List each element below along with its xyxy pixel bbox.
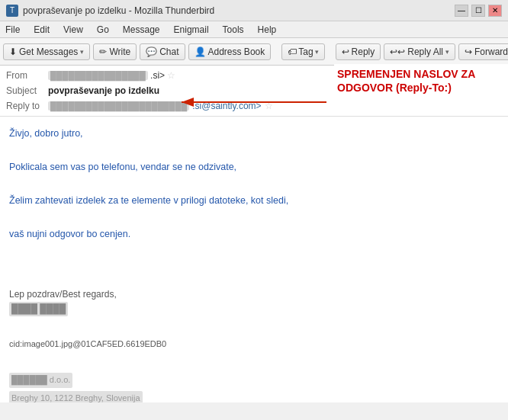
forward-button[interactable]: ↪ Forward	[458, 43, 508, 60]
window-controls[interactable]: — ☐ ✕	[455, 5, 502, 17]
menu-enigmail[interactable]: Enigmail	[172, 24, 211, 36]
reply-to-star-icon[interactable]: ☆	[265, 101, 273, 111]
menu-message[interactable]: Message	[121, 24, 162, 36]
tag-label: Tag	[298, 46, 313, 57]
reply-all-button[interactable]: ↩↩ Reply All ▾	[384, 43, 455, 60]
body-line-1: Živjo, dobro jutro,	[9, 126, 499, 141]
chat-label: Chat	[159, 46, 178, 57]
reply-button[interactable]: ↩ Reply	[336, 43, 381, 60]
get-messages-label: Get Messages	[19, 46, 78, 57]
email-header: From ████████████████ .si> ☆ 09:31 Subje…	[0, 66, 508, 117]
from-email-blurred: ████████████████	[48, 71, 148, 80]
write-button[interactable]: ✏ Write	[93, 43, 137, 60]
chat-button[interactable]: 💬 Chat	[140, 43, 185, 60]
address-book-label: Address Book	[208, 46, 265, 57]
reply-all-icon: ↩↩	[390, 46, 405, 57]
body-line-3: Želim zahtevati izdelek za te elemente v…	[9, 193, 499, 208]
maximize-button[interactable]: ☐	[471, 5, 485, 17]
annotation-text: SPREMENJEN NASLOV ZAODGOVOR (Reply-To:)	[337, 68, 475, 94]
email-body: Živjo, dobro jutro, Poklicala sem vas po…	[0, 117, 508, 402]
get-messages-icon: ⬇	[9, 46, 17, 57]
menu-edit[interactable]: Edit	[31, 24, 52, 36]
reply-to-row: Reply to ███████████████████████ .si@sai…	[6, 98, 502, 114]
signature: Lep pozdrav/Best regards, ████ ████ cid:…	[9, 287, 499, 402]
from-label: From	[6, 70, 48, 81]
menu-help[interactable]: Help	[256, 24, 279, 36]
company-address: Breghy 10, 1212 Breghy, Slovenija	[9, 390, 499, 402]
reply-to-label: Reply to	[6, 101, 48, 111]
menu-tools[interactable]: Tools	[220, 24, 246, 36]
forward-icon: ↪	[465, 46, 472, 57]
from-domain: .si>	[150, 70, 165, 81]
get-messages-arrow: ▾	[80, 48, 84, 56]
reply-all-arrow: ▾	[445, 48, 449, 56]
forward-label: Forward	[474, 46, 508, 57]
tag-icon: 🏷	[288, 46, 297, 57]
tag-button[interactable]: 🏷 Tag ▾	[281, 43, 324, 60]
window-title: povpraševanje po izdelku - Mozilla Thund…	[23, 5, 214, 16]
menu-file[interactable]: File	[3, 24, 22, 36]
star-icon[interactable]: ☆	[167, 70, 175, 81]
reply-all-label: Reply All	[407, 46, 443, 57]
tag-arrow: ▾	[315, 48, 319, 56]
menu-bar: File Edit View Go Message Enigmail Tools…	[0, 21, 508, 38]
reply-label: Reply	[352, 46, 375, 57]
cid-text: cid:image001.jpg@01CAF5ED.6619EDB0	[9, 338, 499, 351]
subject-label: Subject	[6, 85, 48, 96]
signature-greeting: Lep pozdrav/Best regards,	[9, 287, 499, 302]
menu-go[interactable]: Go	[95, 24, 111, 36]
toolbar: ⬇ Get Messages ▾ ✏ Write 💬 Chat 👤 Addres…	[0, 38, 508, 66]
get-messages-button[interactable]: ⬇ Get Messages ▾	[3, 43, 90, 60]
reply-to-email-blurred: ███████████████████████	[48, 101, 189, 111]
body-line-4: vaš nujni odgovor bo cenjen.	[9, 226, 499, 242]
reply-icon: ↩	[342, 46, 349, 57]
close-button[interactable]: ✕	[488, 5, 502, 17]
chat-icon: 💬	[146, 46, 157, 57]
body-line-2: Poklicala sem vas po telefonu, vendar se…	[9, 159, 499, 175]
minimize-button[interactable]: —	[455, 5, 468, 17]
title-bar: T povpraševanje po izdelku - Mozilla Thu…	[0, 0, 508, 21]
address-book-button[interactable]: 👤 Address Book	[188, 43, 272, 60]
signature-name: ████ ████	[9, 302, 499, 316]
app-icon: T	[6, 5, 18, 17]
reply-to-domain: .si@saintly.com>	[192, 101, 261, 111]
reply-to-value: ███████████████████████ .si@saintly.com>…	[48, 101, 502, 111]
annotation-box: SPREMENJEN NASLOV ZAODGOVOR (Reply-To:)	[334, 64, 508, 98]
write-label: Write	[109, 46, 130, 57]
company-name: ██████ d.o.o.	[9, 371, 499, 390]
address-book-icon: 👤	[195, 46, 206, 57]
menu-view[interactable]: View	[61, 24, 85, 36]
write-icon: ✏	[99, 46, 107, 57]
